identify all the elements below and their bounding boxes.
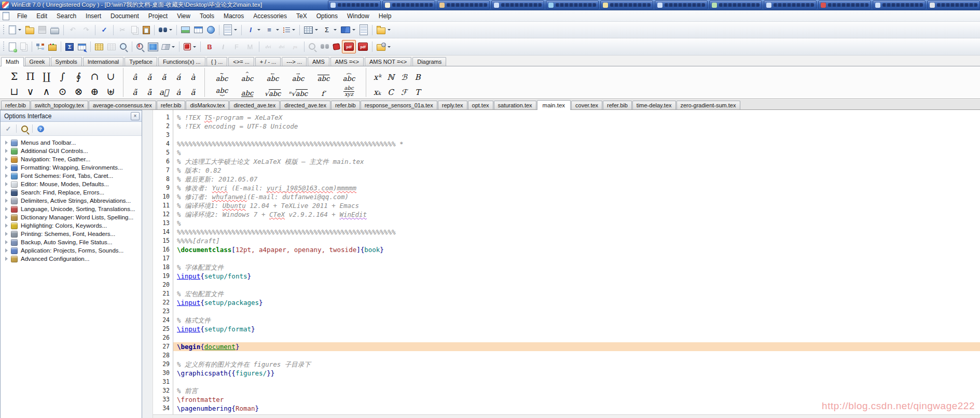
table-button[interactable] — [302, 23, 320, 37]
active-strings-button[interactable] — [76, 40, 88, 53]
document-system-menu-icon[interactable] — [3, 12, 9, 20]
menu-tex[interactable]: TeX — [292, 11, 312, 21]
expand-arrow-icon[interactable] — [5, 215, 8, 219]
taskbar-window-button[interactable] — [600, 1, 653, 9]
math-symbol[interactable]: á — [171, 73, 186, 82]
file-tab-directed-ave-tex[interactable]: directed_ave.tex — [229, 101, 280, 109]
math-symbol[interactable]: ȧ — [171, 88, 186, 97]
math-symbol[interactable]: ⁿ√abc — [285, 90, 311, 97]
math-symbol[interactable]: a⃗ — [157, 88, 171, 97]
math-symbol[interactable]: ∫ — [54, 71, 71, 82]
math-symbol[interactable]: ã — [128, 88, 142, 97]
output-profiles-button[interactable] — [375, 40, 393, 53]
file-tab-cover-tex[interactable]: cover.tex — [571, 101, 602, 109]
tree-item-application[interactable]: Application: Projects, Forms, Sounds... — [1, 246, 142, 255]
taskbar-window-button[interactable] — [328, 1, 381, 9]
math-symbol[interactable]: ⊗ — [71, 86, 87, 97]
dvi-pdf-button[interactable]: dvi — [275, 40, 288, 53]
tree-item-search[interactable]: Search: Find, Replace, Errors... — [1, 188, 142, 197]
file-tab-saturation-tex[interactable]: saturation.tex — [494, 101, 536, 109]
toolbar-grip[interactable] — [3, 25, 5, 35]
expand-arrow-icon[interactable] — [5, 149, 8, 153]
tree-item-navigation[interactable]: Navigation: Tree, Gather... — [1, 155, 142, 163]
insert-hyperlink-button[interactable] — [205, 23, 217, 37]
math-symbol[interactable]: ⊔ — [6, 86, 22, 97]
file-tab-main-tex[interactable]: main.tex — [537, 100, 571, 110]
expand-arrow-icon[interactable] — [5, 232, 8, 236]
random-button[interactable] — [182, 40, 198, 53]
taskbar-window-button[interactable] — [709, 1, 762, 9]
close-icon[interactable]: × — [131, 112, 140, 120]
palette-tab-international[interactable]: International — [83, 57, 124, 66]
taskbar-window-button[interactable] — [764, 1, 817, 9]
highlight-alt-button[interactable] — [105, 40, 118, 53]
copy-button[interactable] — [129, 23, 141, 37]
math-symbol[interactable]: â — [128, 73, 142, 82]
taskbar-window-button[interactable] — [873, 1, 926, 9]
tree-item-formatting[interactable]: Formatting: Wrapping, Environments... — [1, 163, 142, 172]
menu-project[interactable]: Project — [144, 11, 172, 21]
expand-arrow-icon[interactable] — [5, 190, 8, 194]
taskbar-window-button[interactable] — [437, 1, 490, 9]
save-button[interactable] — [36, 23, 48, 37]
tree-item-dictionary[interactable]: Dictionary Manager: Word Lists, Spelling… — [1, 213, 142, 221]
zoom-button[interactable] — [118, 40, 130, 53]
expand-arrow-icon[interactable] — [5, 174, 8, 178]
function-button[interactable]: F — [230, 40, 243, 53]
file-tab-refer-bib[interactable]: refer.bib — [1, 101, 30, 109]
pdflatex-button[interactable]: pdf — [356, 40, 370, 53]
italic-button[interactable]: I — [244, 23, 263, 37]
math-symbol[interactable]: Π — [22, 71, 38, 82]
math-symbol[interactable]: ä — [186, 88, 200, 97]
tree-item-delimiters[interactable]: Delimiters, Active Strings, Abbreviation… — [1, 197, 142, 205]
tree-item-printing[interactable]: Printing: Schemes, Font, Headers... — [1, 230, 142, 238]
outline-button[interactable] — [357, 23, 370, 37]
math-symbol[interactable]: C — [384, 88, 397, 97]
console-button[interactable] — [146, 40, 160, 53]
palette-tab--[interactable]: + / - ... — [255, 57, 281, 66]
insert-table-button[interactable] — [192, 23, 205, 37]
tree-item-advanced[interactable]: Advanced Configuration... — [1, 255, 142, 263]
file-tab-refer-bib[interactable]: refer.bib — [331, 101, 360, 109]
code-editor[interactable]: 1234567891011121314151617181920212223242… — [153, 110, 980, 418]
taskbar-window-button[interactable] — [491, 1, 544, 9]
menu-accessories[interactable]: Accessories — [249, 11, 292, 21]
spellcheck-button[interactable]: ✓ — [98, 23, 111, 37]
math-symbol[interactable]: √abc — [260, 90, 285, 97]
pdftexify-button[interactable]: pdf — [342, 40, 356, 53]
apply-button[interactable]: ✓ — [3, 123, 14, 134]
file-tab-zero-gradient-sum-tex[interactable]: zero-gradient-sum.tex — [677, 101, 740, 109]
math-symbol[interactable]: ℱ — [397, 88, 411, 97]
xetex-button[interactable] — [331, 40, 342, 53]
math-symbol[interactable]: xₖ — [370, 88, 384, 97]
menu-tools[interactable]: Tools — [195, 11, 219, 21]
symbols-toggle-button[interactable] — [63, 40, 76, 53]
expand-arrow-icon[interactable] — [5, 207, 8, 211]
italic-text-button[interactable]: I — [216, 40, 230, 53]
math-symbol[interactable]: ℬ — [397, 73, 411, 82]
math-symbol[interactable]: à — [186, 73, 200, 82]
palette-tab-ams-not-[interactable]: AMS NOT =<> — [365, 57, 411, 66]
undo-button[interactable]: ↶ — [66, 23, 79, 37]
file-tab-switch-topology-tex[interactable]: switch_topology.tex — [31, 101, 88, 109]
palette-tab-functions-x-[interactable]: Functions(x) ... — [158, 57, 205, 66]
math-button[interactable]: M — [243, 40, 257, 53]
math-symbol[interactable]: abc — [311, 75, 336, 82]
file-tab-reply-tex[interactable]: reply.tex — [438, 101, 467, 109]
file-tab-response-sensors-01a-tex[interactable]: response_sensors_01a.tex — [361, 101, 437, 109]
math-symbol[interactable]: ∨ — [22, 86, 38, 97]
math-symbol[interactable]: ℕ — [384, 73, 397, 82]
close-document-button[interactable] — [18, 40, 30, 53]
search-options-button[interactable] — [19, 123, 30, 134]
palette-tab-symbols[interactable]: Symbols — [51, 57, 82, 66]
menu-view[interactable]: View — [172, 11, 195, 21]
menu-window[interactable]: Window — [342, 11, 374, 21]
find-button[interactable] — [157, 23, 174, 37]
bibliography-button[interactable] — [339, 23, 357, 37]
menu-document[interactable]: Document — [106, 11, 144, 21]
paragraph-button[interactable]: ≡ — [263, 23, 281, 37]
math-symbol[interactable]: T — [411, 88, 424, 97]
dvi-preview-button[interactable]: dvi — [261, 40, 275, 53]
math-symbol[interactable]: ⊎ — [103, 86, 119, 97]
expand-arrow-icon[interactable] — [5, 141, 8, 145]
